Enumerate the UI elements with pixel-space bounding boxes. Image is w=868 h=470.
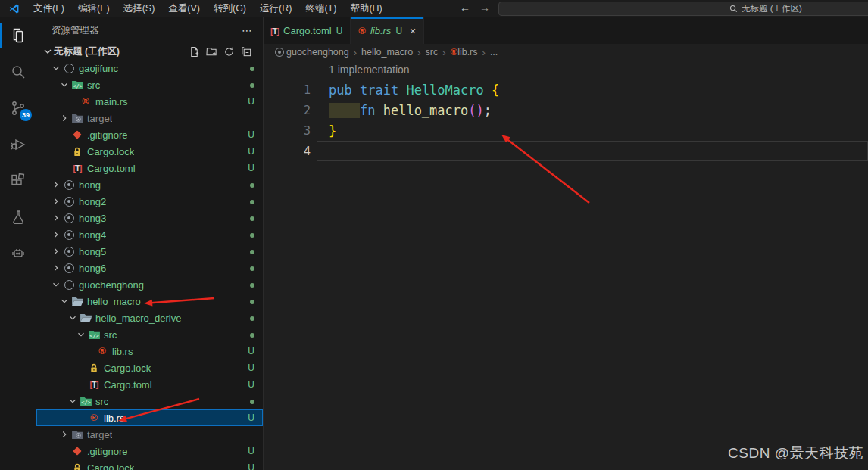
chevron-right-icon[interactable] <box>50 245 62 257</box>
chevron-down-icon[interactable] <box>50 62 62 74</box>
code-line-3[interactable]: 3} <box>263 120 868 141</box>
tree-item-hong5[interactable]: hong5 <box>36 243 263 260</box>
refresh-icon[interactable] <box>223 46 235 58</box>
chevron-right-icon[interactable] <box>50 212 62 224</box>
activity-explorer-icon[interactable] <box>0 17 36 54</box>
lock-icon <box>87 362 101 374</box>
chevron-right-icon[interactable] <box>50 179 62 191</box>
tree-item-target[interactable]: target <box>36 110 263 126</box>
chevron-right-icon[interactable] <box>50 229 62 241</box>
tree-item-Cargo.toml[interactable]: [T]Cargo.tomlU <box>36 160 263 176</box>
code-line-4[interactable]: 4 <box>263 141 868 161</box>
tree-item-gaojifunc[interactable]: gaojifunc <box>36 60 263 76</box>
tree-item-hong3[interactable]: hong3 <box>36 210 263 226</box>
tree-item-lib.rs[interactable]: ®lib.rsU <box>36 343 263 360</box>
menu-编辑E[interactable]: 编辑(E) <box>71 0 117 17</box>
tree-item-label: hong4 <box>79 229 106 241</box>
tree-item-src[interactable]: </>src <box>36 393 263 409</box>
tree-item-target[interactable]: target <box>36 426 263 443</box>
tree-item-src[interactable]: </>src <box>36 326 263 343</box>
menu-帮助H[interactable]: 帮助(H) <box>343 0 389 17</box>
git-untracked-badge: U <box>248 412 254 423</box>
tree-item-main.rs[interactable]: ®main.rsU <box>36 93 263 110</box>
tree-item-Cargo.toml[interactable]: [T]Cargo.tomlU <box>36 376 263 393</box>
tree-item-Cargo.lock[interactable]: Cargo.lockU <box>36 360 263 376</box>
menu-运行R[interactable]: 运行(R) <box>253 0 298 17</box>
tree-item-label: hong6 <box>79 263 106 274</box>
tree-item-lib.rs[interactable]: ®lib.rsU <box>36 409 263 426</box>
tree-item-hong2[interactable]: hong2 <box>36 193 263 210</box>
nav-back-icon[interactable]: ← <box>460 0 470 16</box>
target-folder-icon <box>70 428 84 440</box>
code-editor[interactable]: 1 implementation 1pub trait HelloMacro {… <box>263 61 868 161</box>
close-tab-icon[interactable]: × <box>410 25 416 37</box>
collapse-all-icon[interactable] <box>241 46 252 58</box>
tree-item-hong6[interactable]: hong6 <box>36 260 263 276</box>
rust-file-icon: ® <box>95 345 109 357</box>
activity-search-icon[interactable] <box>0 54 36 90</box>
breadcrumb-item-hello_macro[interactable]: hello_macro <box>361 47 413 58</box>
tree-item-guochenghong[interactable]: guochenghong <box>36 276 263 293</box>
tree-item-label: lib.rs <box>104 412 124 424</box>
project-circle-icon <box>62 62 76 74</box>
breadcrumb[interactable]: guochenghong›hello_macro›src›®lib.rs›... <box>263 44 868 61</box>
chevron-down-icon[interactable] <box>67 395 79 407</box>
chevron-down-icon[interactable] <box>58 79 70 91</box>
chevron-down-icon[interactable] <box>67 312 79 324</box>
menu-查看V[interactable]: 查看(V) <box>161 0 207 17</box>
menu-选择S[interactable]: 选择(S) <box>117 0 162 17</box>
breadcrumb-label: lib.rs <box>457 47 477 58</box>
tree-item-hong[interactable]: hong <box>36 176 263 193</box>
breadcrumb-label: guochenghong <box>286 47 349 58</box>
activity-run-debug-icon[interactable] <box>0 126 36 163</box>
tree-item-.gitignore[interactable]: .gitignoreU <box>36 443 263 459</box>
tree-item-hello_macro[interactable]: hello_macro <box>36 293 263 310</box>
command-center-search[interactable]: 无标题 (工作区) <box>498 2 868 16</box>
tree-item-label: Cargo.toml <box>87 163 136 174</box>
chevron-right-icon[interactable] <box>58 112 70 124</box>
tree-item-label: Cargo.lock <box>87 462 134 470</box>
chevron-down-icon[interactable] <box>75 328 87 341</box>
chevron-down-icon[interactable] <box>58 295 70 307</box>
new-folder-icon[interactable] <box>206 46 217 58</box>
menu-终端T[interactable]: 终端(T) <box>298 0 343 17</box>
code-line-1[interactable]: 1pub trait HelloMacro { <box>263 79 868 100</box>
menu-文件F[interactable]: 文件(F) <box>27 0 71 17</box>
chevron-spacer <box>75 412 87 424</box>
breadcrumb-item-src[interactable]: src <box>426 47 439 58</box>
chevron-down-icon[interactable] <box>50 279 62 291</box>
tree-item-hong4[interactable]: hong4 <box>36 226 263 243</box>
breadcrumb-item-...[interactable]: ... <box>490 47 498 58</box>
tree-item-.gitignore[interactable]: .gitignoreU <box>36 126 263 143</box>
tab-Cargo.toml[interactable]: [T]Cargo.tomlU <box>263 17 351 44</box>
chevron-right-icon[interactable] <box>50 262 62 274</box>
code-line-2[interactable]: 2 fn hello_macro(); <box>263 100 868 120</box>
chevron-right-icon[interactable] <box>58 428 70 440</box>
breadcrumb-label: src <box>426 47 439 58</box>
git-icon <box>70 129 84 141</box>
activity-extensions-icon[interactable] <box>0 163 36 199</box>
rust-file-icon: ® <box>79 95 92 107</box>
activity-testing-icon[interactable] <box>0 199 36 235</box>
workspace-section-header[interactable]: 无标题 (工作区) <box>36 43 263 60</box>
chevron-right-icon[interactable] <box>50 195 62 207</box>
breadcrumb-item-lib.rs[interactable]: ®lib.rs <box>451 47 478 58</box>
project-circle-dot-icon <box>62 245 76 257</box>
menu-转到G[interactable]: 转到(G) <box>207 0 253 17</box>
breadcrumb-item-guochenghong[interactable]: guochenghong <box>275 47 349 58</box>
tree-item-Cargo.lock[interactable]: Cargo.lockU <box>36 459 263 470</box>
codelens-link[interactable]: 1 implementation <box>263 61 868 79</box>
tree-item-label: hong2 <box>79 196 106 207</box>
tree-item-hello_macro_derive[interactable]: hello_macro_derive <box>36 310 263 326</box>
chevron-spacer <box>75 378 87 391</box>
nav-forward-icon[interactable]: → <box>479 0 490 16</box>
more-actions-icon[interactable]: ⋯ <box>242 26 254 34</box>
explorer-sidebar: 资源管理器 ⋯ 无标题 (工作区) gaojifunc</>src®main.r… <box>36 17 264 470</box>
git-untracked-badge: U <box>248 146 254 157</box>
new-file-icon[interactable] <box>189 46 200 58</box>
activity-chat-icon[interactable] <box>0 235 36 272</box>
tree-item-Cargo.lock[interactable]: Cargo.lockU <box>36 143 263 160</box>
tree-item-src[interactable]: </>src <box>36 76 263 93</box>
tab-lib.rs[interactable]: ®lib.rsU× <box>351 17 424 44</box>
activity-source-control-icon[interactable]: 39 <box>0 90 36 126</box>
